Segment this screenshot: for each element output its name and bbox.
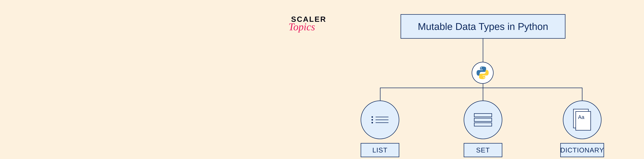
dictionary-icon: Aa	[573, 109, 591, 131]
python-logo-icon	[472, 62, 494, 84]
brand-logo: SCALER Topics	[291, 16, 326, 32]
set-label: SET	[476, 146, 490, 154]
diagram-title-box: Mutable Data Types in Python	[400, 14, 566, 39]
svg-point-1	[484, 77, 484, 78]
diagram-title: Mutable Data Types in Python	[418, 21, 548, 32]
dictionary-label: DICTIONARY	[560, 146, 604, 154]
diagram-container: Mutable Data Types in Python LIST	[361, 13, 605, 142]
list-label: LIST	[372, 146, 388, 154]
connector-line	[483, 88, 483, 100]
set-node-circle	[464, 100, 502, 139]
list-icon	[372, 115, 388, 125]
list-label-box: LIST	[361, 143, 399, 157]
dictionary-glyph: Aa	[578, 114, 584, 120]
set-label-box: SET	[464, 143, 502, 157]
list-node-circle	[361, 100, 399, 139]
set-icon	[474, 112, 492, 127]
connector-line	[483, 39, 483, 62]
connector-line	[582, 88, 582, 100]
connector-line	[380, 88, 582, 88]
dictionary-label-box: DICTIONARY	[560, 143, 604, 157]
dictionary-node-circle: Aa	[563, 100, 602, 139]
svg-point-0	[481, 68, 482, 68]
connector-line	[380, 88, 380, 100]
